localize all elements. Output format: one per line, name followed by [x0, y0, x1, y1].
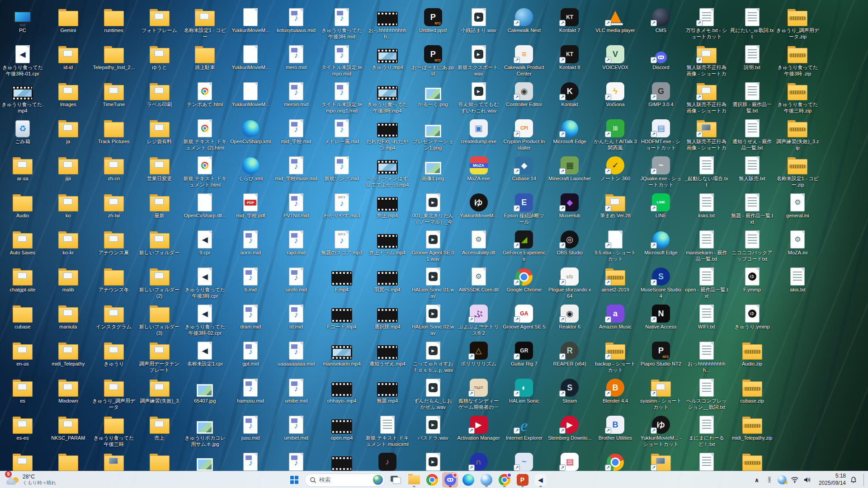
desktop-icon[interactable]: ▶↗Steinberg Downlo... [548, 414, 591, 441]
desktop-icon[interactable]: LINE↗LINE [639, 192, 683, 219]
desktop-icon[interactable]: G↗GIMP 3.0.4 [639, 80, 683, 108]
desktop-icon[interactable]: ♪b.mid [229, 266, 272, 293]
desktop-icon[interactable]: ▶新規エクスポート.wav [457, 43, 500, 77]
desktop-icon[interactable]: ◉↗Controller Editor [502, 80, 546, 108]
desktop-icon[interactable]: runtimes [92, 6, 136, 33]
desktop-icon[interactable]: おっhhhhhhhhhhh... [366, 6, 409, 40]
desktop-icon[interactable]: WIFI.txt [685, 303, 728, 330]
desktop-icon[interactable]: ↗Cakewalk Next [502, 6, 546, 33]
desktop-icon[interactable]: F.mp4 [320, 266, 363, 293]
desktop-icon[interactable]: ▶こってゅｈｄすおｆｄｓｂふぉ.wav [411, 340, 455, 374]
desktop-icon[interactable]: 無人販売.txt [731, 155, 774, 182]
desktop-icon[interactable]: 新しいフォルダー [138, 229, 181, 256]
volume-icon[interactable] [802, 473, 812, 487]
desktop-icon[interactable]: ↗9.5.xlsx - ショートカット [594, 229, 637, 263]
desktop-icon[interactable]: きゅうり [92, 340, 136, 367]
desktop-icon[interactable]: きゅうり_調声用データ [92, 377, 136, 411]
desktop-icon[interactable]: まにまにわーるど！.txt [685, 414, 728, 448]
desktop-icon[interactable]: 無題 - 親作品一覧.txt [731, 192, 774, 225]
desktop-icon[interactable]: ◀名称未設定1.cpr [183, 340, 226, 367]
desktop-icon[interactable]: ♪uaaaaaaaaa.mid [274, 340, 318, 367]
desktop-icon[interactable]: es-es [1, 414, 44, 441]
desktop-icon[interactable] [138, 451, 181, 472]
desktop-icon[interactable]: ♪mid_学校.mid [274, 117, 318, 145]
desktop-icon[interactable]: きゅうり食ってた.mp4 [1, 80, 44, 114]
desktop-icon[interactable] [1, 451, 44, 472]
desktop-icon[interactable]: 調声用データテンプレート [138, 340, 181, 374]
desktop-icon[interactable]: B↗Blender 4.4 [594, 377, 637, 404]
taskbar-search[interactable] [305, 474, 385, 487]
desktop-icon[interactable]: ニコニコバックアップコードtxt [731, 229, 774, 263]
desktop-icon[interactable]: ♪PVTNd.mid [274, 192, 318, 219]
desktop-icon[interactable]: KT↗Kontakt 7 [548, 6, 591, 33]
desktop-icon[interactable]: ↗CMS [639, 6, 683, 33]
desktop-icon[interactable]: ↗syasinn - ショートカット [639, 377, 683, 411]
desktop-icon[interactable]: ▶答え知っててもむずいわこれ.wav [457, 80, 500, 114]
desktop-icon[interactable]: akis.txt [776, 266, 819, 293]
desktop-icon[interactable]: ↗Discord [639, 43, 683, 70]
desktop-icon[interactable]: アナウンス冬 [92, 266, 136, 293]
desktop-icon[interactable]: OpenCvSharp.xml [229, 117, 272, 145]
desktop-icon[interactable]: ♪hamusu.mid [229, 377, 272, 404]
desktop-icon[interactable]: 新規 テキスト ドキュメント (2).html [183, 117, 226, 151]
desktop-icon[interactable]: ↗ [594, 451, 637, 472]
desktop-icon[interactable] [183, 451, 226, 472]
desktop-icon[interactable]: ▶ずんだもん_しおかぜふ.wav [411, 377, 455, 411]
desktop-icon[interactable]: ∩↗ [457, 451, 500, 472]
desktop-icon[interactable]: ϟ↗VoiSona [594, 80, 637, 108]
desktop-icon[interactable]: cubase [1, 303, 44, 330]
desktop-icon[interactable]: ▶ [411, 451, 455, 472]
desktop-icon[interactable]: PNT2Piapro Studio NT2 [639, 340, 683, 367]
desktop-icon[interactable]: 新規 テキスト ドキュメント.html [183, 155, 226, 188]
desktop-icon[interactable]: chatgpt-site [1, 266, 44, 293]
do-not-disturb-bell-icon[interactable]: z [849, 473, 859, 487]
desktop-icon[interactable]: ↗airset2-2019 [594, 266, 637, 293]
desktop-icon[interactable]: ♪メドレー風.mid [320, 117, 363, 145]
desktop-icon[interactable]: _起動しない場合.txt [685, 155, 728, 188]
desktop-icon[interactable]: ✓↗ノートン 360 [594, 155, 637, 182]
desktop-icon[interactable]: 65407.jpg [183, 377, 226, 404]
desktop-icon[interactable]: Fコード.mp4 [320, 303, 363, 330]
taskbar-powerpoint-button[interactable]: P [514, 472, 530, 488]
accessibility-person-icon[interactable] [764, 473, 774, 487]
desktop-icon[interactable]: ゆ↗YukkuriMovieM... - ショートカット [639, 414, 683, 448]
desktop-icon[interactable]: 選択肢.mp4 [366, 303, 409, 330]
desktop-icon[interactable]: midi_Telepathy.zip [731, 414, 774, 441]
desktop-icon[interactable]: きゅうり食ってた午後3時 .zip [776, 43, 819, 77]
desktop-icon[interactable]: ゆYukkuriMovieM... [457, 192, 500, 219]
taskbar-file-explorer-button[interactable] [406, 472, 422, 488]
desktop-icon[interactable]: ar-sa [1, 155, 44, 182]
desktop-icon[interactable]: ⚙MoZA.ini [776, 229, 819, 256]
desktop-icon[interactable]: Images [47, 80, 90, 108]
wifi-icon[interactable] [790, 473, 800, 487]
desktop-icon[interactable]: 通知うぜえ.mp4 [366, 340, 409, 367]
desktop-icon[interactable]: ▶HALion Sonic 02.wav [411, 303, 455, 337]
desktop-icon[interactable]: ↗backup - ショートカット [594, 340, 637, 374]
desktop-icon[interactable]: id-id [47, 43, 90, 70]
desktop-icon[interactable]: ♻ごみ箱 [1, 117, 44, 145]
desktop-icon[interactable]: ▶001_東北きりたん（ ノーマル）_今じゃ... [411, 192, 455, 226]
desktop-icon[interactable]: ゆうと [138, 43, 181, 70]
desktop-icon[interactable] [685, 451, 728, 472]
desktop-icon[interactable]: NKSC_PARAM [47, 414, 90, 441]
desktop-icon[interactable] [320, 451, 363, 472]
desktop-icon[interactable]: 売上 [138, 414, 181, 441]
desktop-icon[interactable]: Track Pictures [92, 117, 136, 145]
desktop-icon[interactable]: ↗無人販売不正行為画像 - ショートカット [685, 80, 728, 115]
desktop-icon[interactable]: ◀9.cpr [183, 229, 226, 256]
desktop-icon[interactable]: ヘッドフォンはずしててよかっt.mp4 [366, 155, 409, 188]
desktop-icon[interactable]: きゅうり食ってた午後三時.zip [776, 80, 819, 114]
desktop-icon[interactable]: ↗ [639, 451, 683, 472]
desktop-icon[interactable]: ↗筆まめ Ver.28 [594, 192, 637, 219]
desktop-icon[interactable]: ko-kr [47, 229, 90, 256]
desktop-icon[interactable]: ▶バスドラ.wav [411, 414, 455, 441]
desktop-icon[interactable]: 死にたい_ゅ歌詞.txt [731, 6, 774, 40]
desktop-icon[interactable]: es [1, 377, 44, 404]
desktop-icon[interactable]: ↗無人販売不正行為画像 - ショートカッ... [685, 43, 728, 78]
desktop-icon[interactable]: テンポあて.html [183, 80, 226, 108]
desktop-icon[interactable]: ▶Groove Agent SE 01.wav [411, 229, 455, 263]
tray-sphere-app-icon[interactable] [777, 473, 787, 487]
desktop-icon[interactable]: ⚙Accessibility.dll [457, 229, 500, 256]
desktop-icon[interactable]: ♪タイトル未設定.tempo.orig1.mid [320, 80, 363, 114]
desktop-icon[interactable]: ♪mid_学校muse.mid [274, 155, 318, 182]
